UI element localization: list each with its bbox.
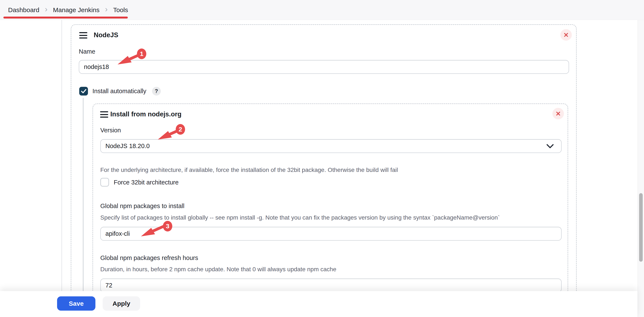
refresh-hours-input[interactable] [100, 279, 562, 292]
annotation-step-2: 2 [176, 124, 185, 135]
refresh-hours-help-text: Duration, in hours, before 2 npm cache u… [100, 266, 336, 273]
npm-packages-label: Global npm packages to install [100, 203, 184, 210]
version-select[interactable]: NodeJS 18.20.0 [100, 139, 562, 153]
chevron-right-icon: › [105, 5, 108, 14]
name-input[interactable] [79, 60, 569, 74]
sidebar-divider [62, 20, 62, 291]
help-button[interactable]: ? [152, 87, 161, 95]
annotation-step-3: 3 [163, 221, 172, 232]
name-label: Name [79, 48, 95, 55]
installer-card-title: Install from nodejs.org [110, 110, 182, 118]
version-select-value: NodeJS 18.20.0 [106, 143, 150, 150]
install-automatically-label: Install automatically [92, 88, 146, 95]
drag-handle-icon[interactable] [79, 32, 87, 38]
npm-packages-help-text: Specify list of packages to install glob… [100, 214, 500, 221]
chevron-down-icon [546, 144, 554, 149]
force32-checkbox[interactable] [100, 178, 109, 187]
install-automatically-checkbox[interactable] [79, 87, 88, 95]
close-icon[interactable]: ✕ [552, 108, 564, 119]
scrollbar-thumb[interactable] [639, 193, 643, 262]
force32-help-text: For the underlying architecture, if avai… [100, 167, 398, 173]
breadcrumb-dashboard[interactable]: Dashboard [8, 6, 40, 14]
save-button[interactable]: Save [57, 296, 96, 311]
checkmark-icon [81, 89, 86, 94]
chevron-right-icon: › [45, 5, 48, 14]
bottom-action-bar: Save Apply [0, 291, 638, 317]
force32-label: Force 32bit architecture [114, 179, 179, 186]
nested-connector-line [83, 98, 84, 317]
annotation-step-1: 1 [137, 48, 146, 59]
drag-handle-icon[interactable] [100, 111, 108, 118]
tool-card-title: NodeJS [94, 31, 118, 39]
breadcrumb-manage-jenkins[interactable]: Manage Jenkins [53, 6, 100, 14]
annotation-arrow-3 [140, 225, 166, 238]
scrollbar-track[interactable] [638, 20, 644, 317]
refresh-hours-label: Global npm packages refresh hours [100, 255, 198, 262]
annotation-breadcrumb-underline [4, 16, 128, 18]
version-label: Version [100, 127, 121, 134]
apply-button[interactable]: Apply [103, 296, 140, 311]
close-icon[interactable]: ✕ [560, 29, 572, 41]
breadcrumb-tools[interactable]: Tools [113, 6, 128, 14]
